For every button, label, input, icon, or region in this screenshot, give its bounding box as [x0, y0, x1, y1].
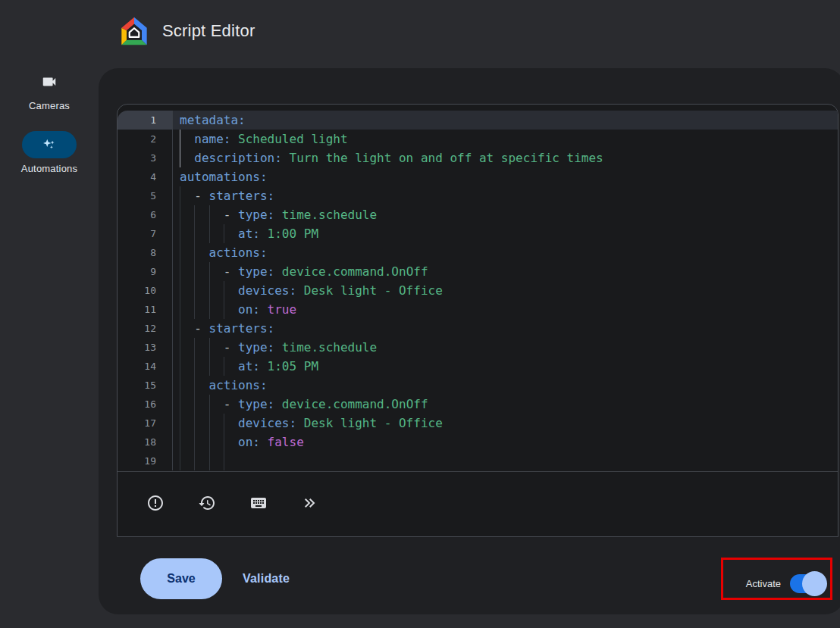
code-text: - type: device.command.OnOff	[173, 262, 838, 281]
code-line[interactable]: 7 at: 1:00 PM	[118, 224, 838, 243]
line-number: 19	[118, 451, 173, 470]
code-text: at: 1:00 PM	[173, 224, 838, 243]
google-home-logo	[119, 16, 149, 46]
videocam-icon	[0, 68, 99, 95]
line-number: 13	[118, 338, 173, 357]
save-button[interactable]: Save	[140, 558, 222, 599]
code-line[interactable]: 12 - starters:	[118, 319, 838, 338]
line-number: 2	[118, 130, 173, 148]
code-text: automations:	[173, 167, 838, 186]
code-line[interactable]: 19	[118, 451, 838, 470]
code-line[interactable]: 14 at: 1:05 PM	[118, 357, 838, 376]
double-chevron-right-icon	[301, 494, 319, 514]
code-text: at: 1:05 PM	[173, 357, 838, 376]
code-editor: 1metadata:2 name: Scheduled light3 descr…	[117, 104, 838, 537]
sidebar-item-label: Automations	[0, 163, 99, 174]
code-text: actions:	[173, 376, 838, 395]
code-text: - type: time.schedule	[173, 338, 838, 357]
history-icon	[198, 494, 216, 514]
script-editor-panel: 1metadata:2 name: Scheduled light3 descr…	[99, 68, 840, 614]
history-button[interactable]	[196, 494, 218, 515]
code-line[interactable]: 6 - type: time.schedule	[118, 205, 838, 224]
code-line[interactable]: 5 - starters:	[118, 186, 838, 205]
code-line[interactable]: 9 - type: device.command.OnOff	[118, 262, 838, 281]
code-text: actions:	[173, 243, 838, 262]
code-line[interactable]: 13 - type: time.schedule	[118, 338, 838, 357]
keyboard-button[interactable]	[248, 494, 269, 515]
line-number: 17	[118, 414, 173, 433]
code-text: description: Turn the light on and off a…	[173, 148, 838, 167]
sidebar-item-automations[interactable]: Automations	[0, 131, 99, 174]
line-number: 11	[118, 300, 173, 319]
keyboard-icon	[249, 494, 268, 514]
code-text	[173, 451, 838, 470]
error-icon	[146, 494, 165, 514]
code-line[interactable]: 8 actions:	[118, 243, 838, 262]
code-line[interactable]: 1metadata:	[118, 111, 838, 130]
code-line[interactable]: 10 devices: Desk light - Office	[118, 281, 838, 300]
line-number: 12	[118, 319, 173, 338]
code-text: - type: time.schedule	[173, 205, 838, 224]
line-number: 3	[118, 148, 173, 167]
code-text: metadata:	[173, 111, 838, 130]
sidebar-item-label: Cameras	[0, 100, 99, 111]
sidebar-item-cameras[interactable]: Cameras	[0, 68, 99, 111]
validate-button[interactable]: Validate	[243, 558, 290, 599]
sparkle-icon	[22, 131, 77, 158]
code-text: devices: Desk light - Office	[173, 281, 838, 300]
line-number: 1	[118, 111, 173, 130]
activate-label: Activate	[746, 578, 781, 589]
code-text: on: false	[173, 433, 838, 451]
code-line[interactable]: 17 devices: Desk light - Office	[118, 414, 838, 433]
code-text: on: true	[173, 300, 838, 319]
app-title: Script Editor	[162, 21, 255, 41]
sidebar: CamerasAutomations	[0, 68, 99, 194]
line-number: 7	[118, 224, 173, 243]
editor-toolbar	[118, 471, 838, 536]
activate-toggle[interactable]	[790, 574, 825, 593]
line-number: 10	[118, 281, 173, 300]
line-number: 14	[118, 357, 173, 376]
code-text: - starters:	[173, 319, 838, 338]
code-text: name: Scheduled light	[173, 130, 838, 148]
code-text: - type: device.command.OnOff	[173, 395, 838, 414]
code-line[interactable]: 4automations:	[118, 167, 838, 186]
line-number: 18	[118, 433, 173, 451]
code-line[interactable]: 15 actions:	[118, 376, 838, 395]
code-text: - starters:	[173, 186, 838, 205]
expand-tools-button[interactable]	[299, 494, 321, 515]
line-number: 8	[118, 243, 173, 262]
code-line[interactable]: 3 description: Turn the light on and off…	[118, 148, 838, 167]
line-number: 4	[118, 167, 173, 186]
code-line[interactable]: 16 - type: device.command.OnOff	[118, 395, 838, 414]
code-text: devices: Desk light - Office	[173, 414, 838, 433]
code-line[interactable]: 2 name: Scheduled light	[118, 130, 838, 148]
line-number: 15	[118, 376, 173, 395]
line-number: 9	[118, 262, 173, 281]
code-line[interactable]: 18 on: false	[118, 433, 838, 451]
problems-button[interactable]	[145, 494, 166, 515]
activate-group: Activate	[746, 568, 825, 598]
line-number: 5	[118, 186, 173, 205]
code-line[interactable]: 11 on: true	[118, 300, 838, 319]
line-number: 16	[118, 395, 173, 414]
line-number: 6	[118, 205, 173, 224]
code-area[interactable]: 1metadata:2 name: Scheduled light3 descr…	[118, 105, 838, 471]
activate-toggle-thumb	[802, 571, 827, 596]
